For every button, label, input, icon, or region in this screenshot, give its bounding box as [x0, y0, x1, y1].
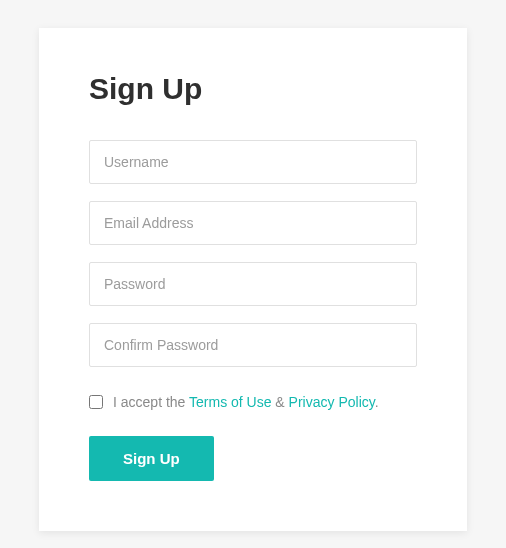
password-input[interactable]: [89, 262, 417, 306]
confirm-password-input[interactable]: [89, 323, 417, 367]
terms-text: I accept the Terms of Use & Privacy Poli…: [113, 394, 379, 410]
privacy-policy-link[interactable]: Privacy Policy: [289, 394, 375, 410]
page-title: Sign Up: [89, 72, 417, 106]
terms-checkbox[interactable]: [89, 395, 103, 409]
terms-post: .: [375, 394, 379, 410]
terms-of-use-link[interactable]: Terms of Use: [189, 394, 271, 410]
signup-card: Sign Up I accept the Terms of Use & Priv…: [39, 28, 467, 531]
terms-pre: I accept the: [113, 394, 189, 410]
email-input[interactable]: [89, 201, 417, 245]
signup-button[interactable]: Sign Up: [89, 436, 214, 481]
username-input[interactable]: [89, 140, 417, 184]
terms-row: I accept the Terms of Use & Privacy Poli…: [89, 394, 417, 410]
terms-mid: &: [271, 394, 288, 410]
